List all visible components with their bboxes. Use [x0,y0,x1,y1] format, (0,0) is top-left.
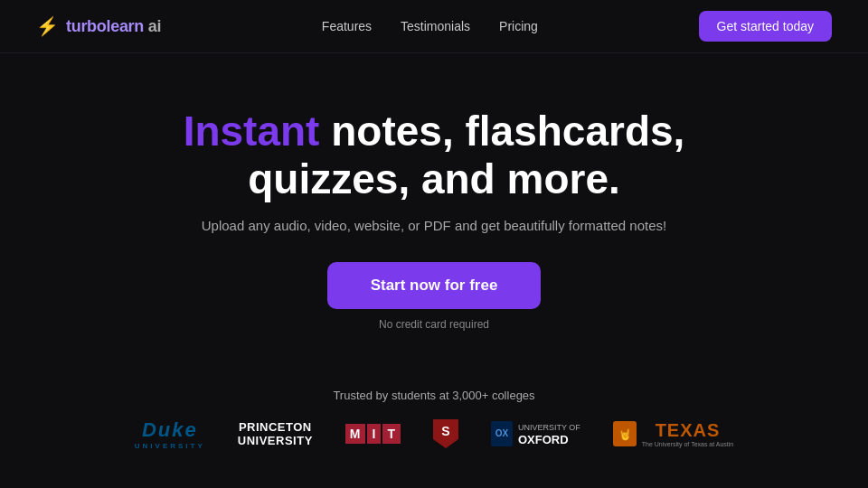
svg-text:S: S [441,424,449,438]
hero-heading-highlight: Instant [184,108,320,155]
start-now-button[interactable]: Start now for free [327,262,542,309]
no-credit-card-label: No credit card required [36,318,832,331]
navbar: ⚡ turbolearn ai Features Testimonials Pr… [0,0,868,53]
svg-text:OX: OX [495,428,509,438]
logo-text: turbolearn ai [66,17,161,36]
texas-shield-icon: 🤘 [613,421,637,446]
logo-icon: ⚡ [36,15,59,37]
testimonials-section: What students are saying I can focus on … [0,468,868,488]
trusted-logos: DukeUniversity PRINCETONUNIVERSITY M I T… [36,418,832,450]
hero-subtext: Upload any audio, video, website, or PDF… [36,218,832,233]
hero-heading: Instant notes, flashcards, quizzes, and … [172,108,696,203]
princeton-logo: PRINCETONUNIVERSITY [238,420,313,448]
svg-text:🤘: 🤘 [618,427,631,441]
duke-logo: DukeUniversity [135,418,205,450]
oxford-shield-icon: OX [491,421,513,446]
get-started-button[interactable]: Get started today [699,11,832,42]
texas-logo: 🤘 TEXAS The University of Texas at Austi… [613,420,733,447]
nav-link-testimonials[interactable]: Testimonials [401,19,470,33]
nav-item-features[interactable]: Features [322,18,372,34]
logo-name: turbolearn [66,17,144,35]
logo-suffix: ai [144,17,161,35]
stanford-shield-icon: S [433,419,458,448]
logo[interactable]: ⚡ turbolearn ai [36,15,161,37]
trusted-label: Trusted by students at 3,000+ colleges [36,389,832,402]
oxford-logo: OX UNIVERSITY OF OXFORD [491,421,580,447]
stanford-logo: S [433,419,458,448]
nav-item-testimonials[interactable]: Testimonials [401,18,470,34]
trusted-section: Trusted by students at 3,000+ colleges D… [0,367,868,468]
nav-links: Features Testimonials Pricing [322,18,538,34]
nav-link-features[interactable]: Features [322,19,372,33]
hero-section: Instant notes, flashcards, quizzes, and … [0,53,868,367]
nav-item-pricing[interactable]: Pricing [499,18,538,34]
mit-logo: M I T [345,424,401,444]
nav-link-pricing[interactable]: Pricing [499,19,538,33]
